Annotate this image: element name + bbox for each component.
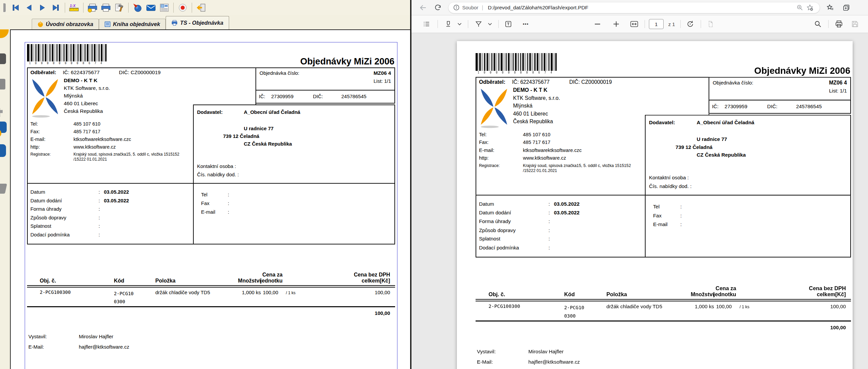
supplier-ic-label: IČ: (259, 93, 271, 99)
highlight-tool-icon[interactable] (443, 19, 453, 29)
last-record-button[interactable] (50, 3, 62, 13)
add-text-icon[interactable] (503, 19, 513, 29)
table-bottom-rule (475, 320, 851, 321)
row-code: 2-PCG100300 (564, 304, 584, 320)
tab-kniha-objednavek[interactable]: Kniha objednávek (99, 19, 166, 29)
info-label: Splatnost (479, 235, 548, 243)
col-unit-price: Cena zajednotku (713, 285, 736, 298)
pdf-viewer-area[interactable]: 1000000008674 Objednávky MiZi 2006 Odběr… (411, 33, 868, 369)
reload-button[interactable] (432, 2, 443, 13)
rotate-icon[interactable] (685, 19, 695, 29)
page-number-input[interactable]: 1 (649, 19, 663, 29)
zoom-out-icon[interactable] (592, 19, 602, 29)
first-record-button[interactable] (10, 3, 22, 13)
report-button[interactable] (158, 3, 170, 13)
address-bar[interactable]: Soubor | D:/prevod_dat/Záloha%20Flash/ex… (448, 2, 820, 13)
print-icon[interactable] (834, 19, 844, 29)
sidebar-icon-partial[interactable] (0, 108, 7, 117)
save-icon[interactable] (850, 19, 860, 29)
sidebar-icon-partial[interactable] (0, 29, 9, 38)
exit-button[interactable] (195, 3, 207, 13)
sidebar-icon-partial[interactable] (0, 144, 6, 157)
table-row: 2-PCG100300 2-PCG100300 držák chladiče v… (27, 287, 395, 306)
previous-record-button[interactable] (23, 3, 35, 13)
favorites-bar-icon[interactable] (825, 2, 836, 13)
collections-icon[interactable] (841, 2, 852, 13)
back-button[interactable] (417, 2, 429, 13)
col-code: Kód (564, 291, 575, 298)
draw-tool-icon[interactable] (473, 19, 484, 29)
supplier-ids-box: IČ:27309959DIČ:245786545 (709, 100, 851, 114)
highlight-options-chevron-icon[interactable] (457, 22, 462, 26)
customer-country: Česká Republika (64, 107, 110, 115)
order-form-area: Odběratel: IČ: 6224375677 DIČ: CZ0000001… (475, 77, 851, 257)
supplier-contact-box: Tel: Fax: E-mail: (193, 183, 395, 244)
export-refresh-button[interactable] (132, 3, 144, 13)
customer-dic: DIČ: CZ00000019 (119, 69, 161, 75)
sidebar-icon-partial[interactable] (0, 54, 6, 64)
order-document: 1000000008674 Objednávky MiZi 2006 Odběr… (27, 44, 395, 352)
email-value: ktksoftwarektksoftware.czc (523, 146, 582, 154)
zoom-in-icon[interactable] (611, 19, 621, 29)
document-title: Objednávky MiZi 2006 (300, 56, 395, 67)
document-footer: Vystavil:Miroslav Hajfler E-Mail:hajfler… (27, 331, 395, 352)
sidebar-icon-partial[interactable] (0, 184, 6, 194)
customer-address: DEMO - K T K KTK Software, s.r.o. Mlýnsk… (64, 76, 110, 118)
pdf-toolbar: ••• 1 z 1 (411, 16, 868, 33)
preview-page: 1000000008674 Objednávky MiZi 2006 Odběr… (25, 42, 397, 369)
page-view-icon[interactable] (706, 19, 716, 29)
tab-uvodni-obrazovka[interactable]: Úvodní obrazovka (32, 19, 99, 29)
customer-ic: IČ: 6224375677 (63, 69, 119, 75)
sidebar-icon-partial[interactable] (0, 79, 5, 90)
next-record-button[interactable] (36, 3, 49, 13)
more-tools-icon[interactable]: ••• (521, 19, 531, 29)
info-icon[interactable] (453, 4, 460, 11)
col-code: Kód (114, 278, 124, 284)
col-item: Položka (607, 291, 627, 298)
ktk-logo (479, 86, 513, 128)
record-button[interactable] (177, 3, 189, 13)
print-setup-button[interactable] (113, 3, 125, 13)
supplier-dic-value: 245786545 (796, 103, 822, 109)
draw-options-chevron-icon[interactable] (488, 22, 492, 26)
fax-label: Fax: (479, 139, 523, 146)
col-unit-price: Cena zajednotku (260, 272, 283, 284)
email-button[interactable] (145, 3, 157, 13)
registration-label: Registrace: (30, 152, 73, 162)
address-url[interactable]: D:/prevod_dat/Záloha%20Flash/export.PDF (488, 5, 795, 11)
contact-label: Fax (201, 199, 228, 208)
col-order-number: Obj. č. (489, 291, 505, 298)
row-item: držák chladiče vody TD5 (155, 289, 210, 295)
issuer-email-value: hajfler@ktksoftware.cz (528, 357, 580, 367)
toolbar-separator (828, 20, 829, 28)
tab-label: Kniha objednávek (113, 21, 160, 27)
mizi-app-window: 1:X Úvodní obrazovka Kniha objednávek (0, 0, 411, 369)
add-favorite-icon[interactable] (805, 3, 815, 13)
search-icon[interactable] (813, 19, 823, 29)
email-label: E-mail: (479, 146, 523, 154)
table-of-contents-icon[interactable] (422, 19, 432, 29)
issuer-email-label: E-Mail: (28, 342, 79, 352)
row-unit-price: 100,00 (716, 304, 732, 309)
tab-label: Úvodní obrazovka (46, 21, 93, 27)
customer-name: DEMO - K T K (513, 86, 560, 94)
fit-to-width-icon[interactable] (629, 19, 639, 29)
supplier-label: Dodavatel: (197, 109, 244, 116)
zoom-scale-button[interactable]: 1:X (68, 3, 80, 13)
supplier-label: Dodavatel: (649, 119, 697, 126)
order-number-value: MZ06 4 (373, 70, 391, 76)
info-label: Dodací podmínka (30, 230, 98, 239)
sidebar-icon-partial[interactable] (0, 122, 7, 137)
registration-label: Registrace: (479, 163, 523, 173)
print-preview-button[interactable] (87, 3, 98, 13)
ktk-logo (30, 76, 64, 118)
issued-by-label: Vystavil: (477, 346, 528, 357)
toolbar-separator (173, 3, 174, 13)
info-label: Datum dodání (30, 196, 98, 205)
print-preview-panel[interactable]: 1000000008674 Objednávky MiZi 2006 Odběr… (10, 29, 410, 369)
contact-label: Tel (201, 190, 228, 199)
tab-ts-objednavka[interactable]: TS - Objednávka (166, 16, 229, 29)
toolbar-separator (83, 3, 84, 13)
zoom-page-icon[interactable] (795, 3, 805, 13)
print-button[interactable] (100, 3, 112, 13)
